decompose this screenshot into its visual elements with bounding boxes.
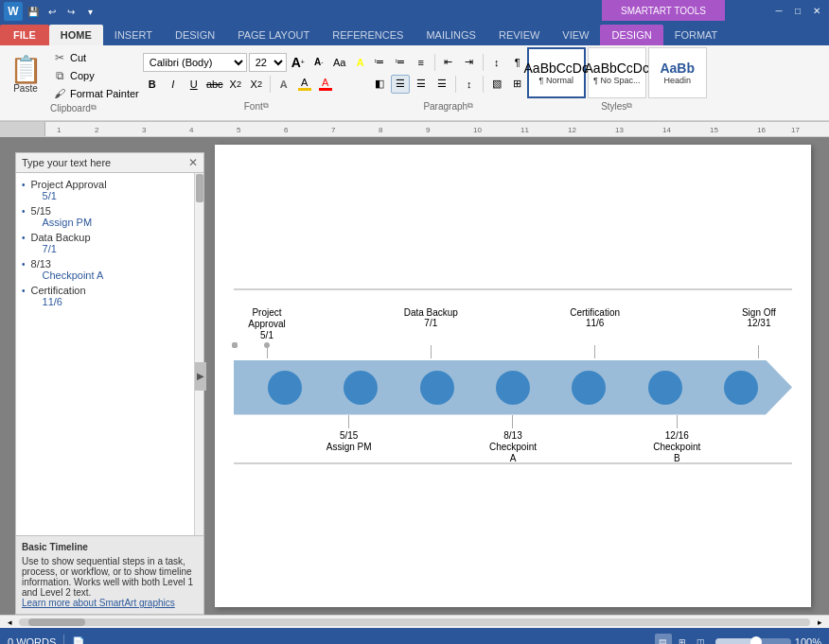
font-size-select[interactable]: 22 (249, 53, 287, 72)
font-separator (270, 76, 271, 93)
item-text: 5/15 (31, 205, 93, 217)
sort-button[interactable]: ↕ (487, 53, 506, 72)
format-painter-button[interactable]: 🖌 Format Painter (49, 85, 143, 102)
font-name-select[interactable]: Calibri (Body) (143, 53, 247, 72)
style-normal[interactable]: AaBbCcDc ¶ Normal (527, 47, 586, 98)
tab-insert[interactable]: INSERT (103, 25, 164, 45)
label-bottom-1 (234, 430, 300, 464)
ruler: 1 2 3 4 5 6 7 8 9 10 11 12 13 14 15 16 1… (0, 122, 829, 137)
zoom-control: 100% (715, 636, 821, 644)
desc-link[interactable]: Learn more about SmartArt graphics (22, 598, 198, 608)
scroll-right-btn[interactable]: ▸ (810, 617, 829, 628)
label-top-1: Project Approval 5/1 (234, 307, 300, 341)
grow-font-button[interactable]: A+ (289, 53, 308, 72)
web-view[interactable]: ◫ (693, 634, 710, 644)
font-row2: B I U abc X2 X2 A A (143, 75, 370, 94)
connector-3 (431, 345, 432, 358)
horizontal-scrollbar[interactable]: ◂ ▸ (0, 615, 829, 628)
tab-file[interactable]: FILE (0, 25, 49, 45)
minimize-button[interactable]: ─ (770, 3, 787, 18)
shading-button[interactable]: ▧ (487, 75, 506, 94)
tab-home[interactable]: HOME (49, 25, 103, 45)
font-color-button[interactable]: A (316, 75, 335, 94)
full-screen-view[interactable]: ⊞ (674, 634, 691, 644)
timeline-labels-bottom: 5/15 Assign PM 8/13 Checkpoint A 12/16 C… (234, 430, 792, 464)
label-top-5: Certification 11/6 (562, 307, 628, 341)
align-left-button[interactable]: ◧ (370, 75, 389, 94)
style-no-spacing[interactable]: AaBbCcDc ¶ No Spac... (588, 47, 646, 98)
cut-button[interactable]: ✂ Cut (49, 49, 143, 66)
main-area: Type your text here ✕ • Project Approval… (0, 137, 829, 615)
tab-references[interactable]: REFERENCES (321, 25, 414, 45)
shrink-font-button[interactable]: A- (309, 53, 328, 72)
smartart-timeline[interactable]: Project Approval 5/1 Data Backup 7/1 Cer… (215, 279, 811, 474)
text-highlight-button[interactable]: A (351, 53, 370, 72)
decrease-indent-button[interactable]: ⇤ (439, 53, 458, 72)
paragraph-expand-icon[interactable]: ⧉ (467, 101, 473, 111)
save-button[interactable]: 💾 (25, 3, 42, 20)
tab-design[interactable]: DESIGN (164, 25, 226, 45)
borders-button[interactable]: ⊞ (508, 75, 527, 94)
tab-mailings[interactable]: MAILINGS (414, 25, 487, 45)
more-button[interactable]: ▾ (81, 3, 98, 20)
increase-indent-button[interactable]: ⇥ (460, 53, 479, 72)
timeline-dot-5 (572, 371, 606, 405)
multilevel-button[interactable]: ≡ (412, 53, 431, 72)
style-heading1[interactable]: AaBb Headin (648, 47, 707, 98)
numbering-button[interactable]: ≔ (391, 53, 410, 72)
scroll-thumb (28, 618, 85, 626)
page-view-icon[interactable]: 📄 (72, 636, 85, 645)
para-separator2 (483, 54, 484, 71)
para-separator4 (483, 76, 484, 93)
ruler-margin-left (0, 122, 45, 136)
align-center-button[interactable]: ☰ (391, 75, 410, 94)
bullets-button[interactable]: ≔ (370, 53, 389, 72)
scissors-icon: ✂ (53, 51, 66, 64)
line-spacing-button[interactable]: ↕ (460, 75, 479, 94)
ruler-mark-17: 17 (791, 126, 800, 134)
print-layout-view[interactable]: ▤ (655, 634, 672, 644)
copy-button[interactable]: ⧉ Copy (49, 67, 143, 84)
label-top-3: Data Backup 7/1 (397, 307, 464, 341)
timeline-arrow[interactable] (234, 360, 792, 415)
text-highlight-color-button[interactable]: A (295, 75, 314, 94)
text-effect-button[interactable]: A (274, 75, 293, 94)
strikethrough-button[interactable]: abc (205, 75, 224, 94)
zoom-thumb[interactable] (750, 636, 762, 644)
tab-page-layout[interactable]: PAGE LAYOUT (226, 25, 321, 45)
ruler-mark-12: 12 (568, 126, 576, 134)
desc-body: Use to show sequential steps in a task, … (22, 556, 198, 598)
paste-button[interactable]: 📋 Paste (4, 47, 47, 102)
ruler-mark-10: 10 (473, 126, 482, 134)
close-button[interactable]: ✕ (808, 3, 825, 18)
tab-review[interactable]: REVIEW (487, 25, 551, 45)
para-separator1 (434, 54, 435, 71)
doc-page[interactable]: Project Approval 5/1 Data Backup 7/1 Cer… (215, 145, 811, 607)
font-expand-icon[interactable]: ⧉ (263, 101, 269, 111)
status-right: ▤ ⊞ ◫ 100% (655, 634, 821, 644)
connector-b2 (348, 415, 349, 428)
change-case-button[interactable]: Aa (330, 53, 349, 72)
maximize-button[interactable]: □ (789, 3, 806, 18)
italic-button[interactable]: I (164, 75, 183, 94)
underline-button[interactable]: U (185, 75, 203, 94)
clipboard-right: ✂ Cut ⧉ Copy 🖌 Format Painter (49, 47, 143, 102)
tab-view[interactable]: VIEW (551, 25, 600, 45)
tab-smartart-design[interactable]: DESIGN (600, 25, 662, 45)
superscript-button[interactable]: X2 (247, 75, 266, 94)
clipboard-expand-icon[interactable]: ⧉ (91, 103, 97, 113)
panel-expand-button[interactable]: ▶ (195, 362, 206, 391)
justify-button[interactable]: ☰ (432, 75, 451, 94)
paragraph-row2: ◧ ☰ ☰ ☰ ↕ ▧ ⊞ (370, 75, 527, 94)
zoom-slider[interactable] (715, 638, 791, 644)
scroll-left-btn[interactable]: ◂ (0, 617, 19, 628)
styles-expand-icon[interactable]: ⧉ (626, 101, 632, 111)
smartart-panel-close[interactable]: ✕ (188, 156, 198, 169)
bold-button[interactable]: B (143, 75, 162, 94)
redo-button[interactable]: ↪ (62, 3, 79, 20)
align-right-button[interactable]: ☰ (412, 75, 431, 94)
undo-button[interactable]: ↩ (44, 3, 61, 20)
tab-smartart-format[interactable]: FORMAT (663, 25, 730, 45)
subscript-button[interactable]: X2 (226, 75, 245, 94)
smartart-panel-header: Type your text here ✕ (16, 153, 203, 173)
